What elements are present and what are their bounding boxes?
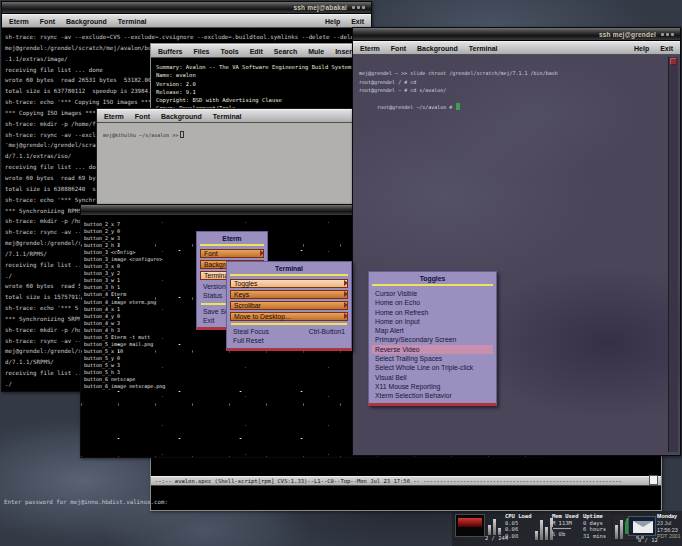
menubar-item[interactable]: Edit <box>250 48 263 55</box>
menu-item[interactable]: Select Trailing Spaces <box>372 354 493 363</box>
window-buttons[interactable] <box>661 33 664 36</box>
titlebar-grendel[interactable]: ssh mej@grendel <box>353 28 680 41</box>
terminal-prompt-line: root@grendel ~/s/avalon # <box>359 95 680 121</box>
menubar-item[interactable]: Font <box>40 18 55 25</box>
menu-item[interactable]: Home on Input <box>372 317 493 326</box>
modeline-end-box[interactable] <box>649 475 658 485</box>
menu-submenu-item[interactable]: Keys <box>230 290 348 299</box>
menubar-item[interactable]: Mule <box>308 48 324 55</box>
menubar-item[interactable]: Search <box>274 48 297 55</box>
menu-item[interactable]: Select Whole Line on Triple-click <box>372 363 493 372</box>
cpu-meter-bars <box>535 516 553 540</box>
memory-main-value: M 113M <box>552 520 579 527</box>
menubar-item[interactable]: Eterm <box>104 113 124 120</box>
clock-epplet[interactable]: Monday 23 Jul 17:56:23 PDT 2001 <box>657 513 681 540</box>
terminal-line: root@grendel ~ # cd s/avalon/ <box>359 86 680 95</box>
cpu-load-value: 0.08 <box>505 533 532 540</box>
envelope-icon <box>633 521 653 533</box>
menubar-grendel: EtermFontBackgroundTerminal HelpExit <box>353 41 680 55</box>
xemacs-modeline: --:-- avalon.spec (Shell-script[rpm] CVS… <box>151 476 661 486</box>
menu-title: Eterm <box>200 234 264 246</box>
menubar-item[interactable]: Font <box>391 45 406 52</box>
menubar-item[interactable]: Help <box>634 45 649 52</box>
uptime-value: 6 hours <box>583 526 606 533</box>
net-monitor-graph <box>458 518 482 527</box>
clock-date: 23 Jul <box>657 520 681 527</box>
desktop: { "colors": { "menu_bg_purple": "#9a8fbe… <box>0 0 682 546</box>
menubar-abakai: EtermFontBackgroundTerminal HelpExit <box>2 14 371 28</box>
menubar-item[interactable]: Files <box>194 48 210 55</box>
menubar-item[interactable]: Eterm <box>360 45 380 52</box>
terminal-content-kthulhu[interactable]: mej@kthulhu ~/s/avalon >> <box>97 123 352 191</box>
epplet-dock: 2 / 244 CPU Load 0.050.060.08 Mem Used M… <box>452 511 682 546</box>
cpu-load-value: 0.05 <box>505 520 532 527</box>
menu-item[interactable]: Xterm Selection Behavior <box>372 391 493 400</box>
menu-submenu-item[interactable]: Font <box>200 249 264 258</box>
menubar-item[interactable]: Background <box>417 45 458 52</box>
menubar-item[interactable]: Exit <box>351 18 364 25</box>
titlebar-abakai[interactable]: ssh mej@abakai <box>2 2 371 14</box>
clock-timezone: PDT 2001 <box>657 533 681 540</box>
menubar-item[interactable]: Eterm <box>9 18 29 25</box>
terminal-menu: Terminal TogglesKeysScrollbarMove to Des… <box>226 261 352 351</box>
terminal-window-kthulhu: EtermFontBackgroundTerminal mej@kthulhu … <box>96 108 353 205</box>
scrollbar[interactable] <box>668 57 678 452</box>
menu-item[interactable]: Home on Refresh <box>372 308 493 317</box>
menu-submenu-item[interactable]: Scrollbar <box>230 301 348 310</box>
mail-epplet[interactable] <box>628 516 656 536</box>
menu-item[interactable]: Map Alert <box>372 326 493 335</box>
menubar-item[interactable]: Font <box>135 113 150 120</box>
menu-item[interactable]: Primary/Secondary Screen <box>372 335 493 344</box>
menu-item[interactable]: Reverse Video <box>372 345 493 354</box>
memory-title: Mem Used <box>552 513 579 520</box>
memory-swap-value: S 0b <box>552 531 579 538</box>
menu-item[interactable]: Full Reset <box>230 336 348 345</box>
memory-bar <box>552 527 572 530</box>
menu-item[interactable]: Steal FocusCtrl-Button1 <box>230 327 348 336</box>
menu-item[interactable]: Visual Bell <box>372 373 493 382</box>
mail-count: 0 / 12 <box>638 537 658 544</box>
memory-epplet[interactable]: Mem Used M 113M S 0b <box>552 513 579 538</box>
menubar-item[interactable]: Terminal <box>469 45 498 52</box>
menubar-item[interactable]: Terminal <box>213 113 242 120</box>
shell-prompt: mej@kthulhu ~/s/avalon >> <box>103 132 178 138</box>
clock-day: Monday <box>657 513 681 520</box>
uptime-value: 0 days <box>583 520 606 527</box>
mixer-bars <box>615 519 623 539</box>
menu-item[interactable]: X11 Mouse Reporting <box>372 382 493 391</box>
text-cursor <box>180 131 184 138</box>
menubar-item[interactable]: Help <box>325 18 340 25</box>
menubar-item[interactable]: Exit <box>660 45 673 52</box>
uptime-title: Uptime <box>583 513 606 520</box>
menubar-kthulhu: EtermFontBackgroundTerminal <box>97 109 352 123</box>
net-monitor-epplet[interactable] <box>455 514 485 537</box>
menubar-item[interactable]: Background <box>161 113 202 120</box>
terminal-line: root@grendel / # cd <box>359 78 680 87</box>
menu-title: Terminal <box>230 264 348 276</box>
cpu-load-title: CPU Load <box>505 513 532 520</box>
menu-item[interactable]: Home on Echo <box>372 298 493 307</box>
window-title: ssh mej@abakai <box>293 4 347 11</box>
scrollbar-anchor[interactable] <box>670 58 677 65</box>
menubar-item[interactable]: Background <box>66 18 107 25</box>
window-buttons[interactable] <box>352 6 355 9</box>
terminal-line: sh-trace: rsync -av --exclude=CVS --excl… <box>5 32 371 43</box>
cpu-load-epplet[interactable]: CPU Load 0.050.060.08 <box>505 513 532 539</box>
cpu-load-value: 0.06 <box>505 526 532 533</box>
terminal-line: mej@grendel ~ >> slide chroot /grendel/s… <box>359 69 680 78</box>
text-cursor <box>456 103 460 110</box>
uptime-value: 31 mins <box>583 533 606 540</box>
menu-title: Toggles <box>372 274 493 286</box>
toggles-menu: Toggles Cursor VisibleHome on EchoHome o… <box>368 271 497 406</box>
menu-submenu-item[interactable]: Move to Desktop... <box>230 312 348 321</box>
menu-separator <box>231 323 347 325</box>
menu-submenu-item[interactable]: Toggles <box>230 279 348 288</box>
menubar-item[interactable]: Buffers <box>158 48 183 55</box>
meter-bars <box>488 517 501 535</box>
uptime-epplet[interactable]: Uptime 0 days6 hours31 mins <box>583 513 606 539</box>
menu-item[interactable]: Cursor Visible <box>372 289 493 298</box>
password-prompt-text: Enter password for mej@inno.hbdist.valin… <box>4 499 168 505</box>
window-title: ssh mej@grendel <box>599 31 656 38</box>
menubar-item[interactable]: Terminal <box>118 18 147 25</box>
menubar-item[interactable]: Tools <box>220 48 238 55</box>
